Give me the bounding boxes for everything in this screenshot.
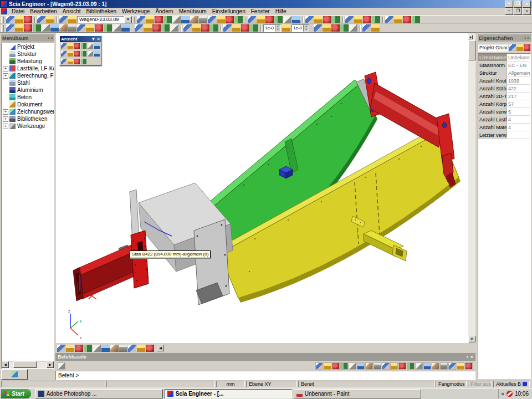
profile-12-icon[interactable] bbox=[104, 24, 112, 32]
render-window-icon[interactable] bbox=[88, 51, 93, 57]
window-layout-2-icon[interactable] bbox=[394, 16, 402, 23]
befehlszeile-titlebar[interactable]: Befehlszeile ▪ × bbox=[55, 353, 475, 361]
command-cursor-icon[interactable] bbox=[58, 362, 65, 370]
menu-bibliotheken[interactable]: Bibliotheken bbox=[84, 8, 119, 15]
mdi-child-icon[interactable] bbox=[1, 8, 7, 14]
menu-menuebaum[interactable]: Menübaum bbox=[176, 8, 209, 15]
dot-grid-icon[interactable] bbox=[323, 24, 331, 32]
pin-icon[interactable]: ▪ bbox=[467, 354, 468, 360]
tray-chevron-icon[interactable]: « bbox=[501, 391, 504, 397]
library-profiles-icon[interactable] bbox=[155, 16, 163, 23]
profile-11-icon[interactable] bbox=[95, 24, 103, 32]
coord-info-icon[interactable] bbox=[57, 345, 65, 352]
calc-results-icon[interactable] bbox=[332, 16, 340, 23]
snap-plane-icon[interactable] bbox=[457, 362, 464, 370]
scroll-right-icon[interactable]: ▶ bbox=[47, 361, 54, 368]
surface-tool-icon[interactable] bbox=[349, 24, 357, 32]
scale-spinner-1[interactable]: 1e-0 bbox=[263, 24, 281, 32]
profile-14-icon[interactable] bbox=[121, 24, 130, 32]
spinner-arrows-icon[interactable] bbox=[275, 25, 280, 32]
profile-4-icon[interactable] bbox=[33, 24, 41, 32]
3d-model[interactable]: z y x bbox=[55, 33, 475, 342]
rotate-tool-icon[interactable] bbox=[201, 24, 209, 32]
cursor-snap-icon[interactable] bbox=[382, 362, 390, 370]
status-unit[interactable]: mm bbox=[216, 381, 245, 387]
ansicht-toolbar[interactable]: Ansicht ▼ × bbox=[59, 35, 101, 66]
mode-b-icon[interactable] bbox=[232, 24, 241, 32]
tree-item-zeichnungswerkzeuge[interactable]: Zeichnungswerkzeuge bbox=[2, 108, 54, 115]
track-d-icon[interactable] bbox=[374, 362, 381, 370]
select-window-icon[interactable] bbox=[144, 24, 152, 32]
mode-a-icon[interactable] bbox=[223, 24, 232, 32]
menu-bearbeiten[interactable]: Bearbeiten bbox=[27, 8, 59, 15]
menu-werkzeuge[interactable]: Werkzeuge bbox=[119, 8, 152, 15]
strip-scroll-left-icon[interactable]: ◀ bbox=[157, 345, 164, 351]
mode-d-icon[interactable] bbox=[250, 24, 258, 32]
window-layout-1-icon[interactable] bbox=[385, 16, 393, 23]
view-z-icon[interactable] bbox=[74, 43, 80, 49]
open-project-icon[interactable] bbox=[15, 16, 23, 23]
toolbar-grip[interactable] bbox=[1, 17, 4, 23]
grid-tool-icon[interactable] bbox=[314, 24, 322, 32]
tree-item-aluminium[interactable]: Aluminium bbox=[2, 86, 54, 94]
snap-setting-icon[interactable] bbox=[66, 345, 74, 352]
profile-1-icon[interactable] bbox=[6, 24, 14, 32]
mdi-minimize-button[interactable]: − bbox=[505, 8, 513, 15]
document-new-icon[interactable] bbox=[234, 16, 243, 23]
taskbar-window-photoshop[interactable]: Adobe Photoshop ... bbox=[35, 389, 163, 398]
profile-13-icon[interactable] bbox=[112, 24, 121, 32]
window-titlebar[interactable]: Scia Engineer - [Wagen0-23.03.09 : 1] − … bbox=[0, 0, 532, 8]
tree-item-struktur[interactable]: Struktur bbox=[2, 50, 54, 58]
tree-item-lastfaelle[interactable]: Lastfälle, LF-Kombination bbox=[2, 65, 54, 72]
gallery-pictures-icon[interactable] bbox=[208, 16, 216, 23]
tree-item-werkzeuge[interactable]: Werkzeuge bbox=[2, 122, 54, 130]
view-y-icon[interactable] bbox=[68, 43, 73, 49]
taskbar-window-paint[interactable]: Unbenannt - Paint bbox=[294, 389, 421, 398]
frame-view-1-icon[interactable] bbox=[345, 16, 354, 23]
menu-hilfe[interactable]: Hilfe bbox=[273, 8, 289, 15]
snap-intersection-icon[interactable] bbox=[415, 362, 423, 370]
expand-icon[interactable] bbox=[3, 66, 8, 71]
menubaum-titlebar[interactable]: Menübaum ▪ × bbox=[1, 34, 54, 42]
tree-item-berechnung[interactable]: Berechnung, FE-Netz bbox=[2, 72, 54, 79]
profile-7-icon[interactable] bbox=[59, 24, 68, 32]
picture-tools-icon[interactable] bbox=[199, 16, 207, 23]
status-plane[interactable]: Ebene XY bbox=[246, 381, 297, 387]
print-data-icon[interactable] bbox=[257, 16, 265, 23]
zoom-all-icon[interactable] bbox=[81, 51, 86, 57]
table-edit-icon[interactable] bbox=[524, 44, 530, 51]
snap-node-icon[interactable] bbox=[398, 362, 406, 370]
combo-dropdown-icon[interactable] bbox=[124, 16, 132, 23]
command-input[interactable]: Befehl > bbox=[55, 371, 475, 380]
paperspace-icon[interactable] bbox=[283, 16, 291, 23]
catalog-blocks-icon[interactable] bbox=[172, 16, 181, 23]
pin-icon[interactable]: ▪ bbox=[48, 35, 49, 41]
snap-edge-icon[interactable] bbox=[407, 362, 415, 370]
snap-endpoint-icon[interactable] bbox=[315, 362, 323, 370]
minimize-button[interactable]: − bbox=[505, 1, 513, 8]
accept-tool-icon[interactable] bbox=[362, 24, 371, 32]
save-picture-icon[interactable] bbox=[101, 345, 110, 352]
expand-icon[interactable] bbox=[3, 124, 8, 129]
menu-fenster[interactable]: Fenster bbox=[248, 8, 273, 15]
status-aktuell[interactable]: Aktuelles B bbox=[493, 381, 530, 387]
wired-model-icon[interactable] bbox=[119, 345, 127, 352]
tree-item-beton[interactable]: Beton bbox=[2, 94, 54, 101]
property-grid[interactable]: LizenznameUnbekannt StaatsnormEC - EN St… bbox=[478, 53, 531, 379]
scroll-thumb[interactable] bbox=[468, 40, 475, 60]
profile-5-icon[interactable] bbox=[42, 24, 50, 32]
viewport-vscrollbar[interactable]: ▲ ▼ bbox=[468, 33, 475, 342]
expand-icon[interactable] bbox=[3, 116, 8, 122]
expand-icon[interactable] bbox=[3, 109, 8, 115]
snap-length-icon[interactable] bbox=[440, 362, 448, 370]
snap-surface-icon[interactable] bbox=[465, 362, 473, 370]
calc-mesh-icon[interactable] bbox=[305, 16, 314, 23]
scroll-down-icon[interactable]: ▼ bbox=[468, 336, 475, 342]
grid-snap-icon[interactable] bbox=[390, 362, 398, 370]
move-tool-icon[interactable] bbox=[183, 24, 192, 32]
regen-view-icon[interactable] bbox=[146, 345, 154, 352]
window-layout-4-icon[interactable] bbox=[412, 16, 420, 23]
export-picture-icon[interactable] bbox=[265, 16, 274, 23]
calc-run-icon[interactable] bbox=[314, 16, 323, 23]
tree-item-projekt[interactable]: Projekt bbox=[2, 43, 54, 50]
